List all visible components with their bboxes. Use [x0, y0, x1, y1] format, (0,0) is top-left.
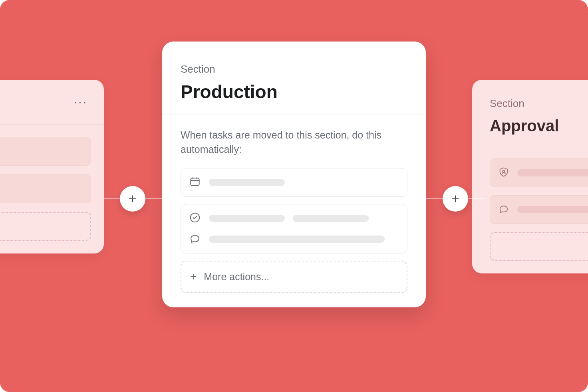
add-rule-placeholder[interactable]: [490, 232, 588, 261]
assignee-icon: [498, 166, 509, 179]
more-actions-button[interactable]: + More actions...: [181, 261, 407, 293]
more-menu-icon[interactable]: ···: [0, 96, 91, 109]
section-card-active: Section Production When tasks are moved …: [162, 42, 426, 307]
more-actions-label: More actions...: [204, 271, 269, 283]
automation-rule[interactable]: [181, 204, 407, 253]
plus-icon: [450, 194, 461, 204]
add-section-button[interactable]: [443, 186, 468, 212]
section-card-next: Section Approval: [472, 80, 588, 273]
section-title: Production: [181, 81, 407, 103]
rule-placeholder: [0, 137, 91, 166]
rule-text-placeholder: [209, 179, 285, 186]
section-card-previous: ···: [0, 80, 104, 253]
divider: [0, 125, 104, 125]
automation-rule[interactable]: [490, 158, 588, 187]
plus-icon: +: [190, 271, 197, 282]
divider: [162, 115, 426, 115]
section-title: Approval: [490, 117, 588, 135]
automation-rule[interactable]: [181, 168, 407, 197]
automation-description: When tasks are moved to this section, do…: [181, 128, 407, 157]
rule-text-placeholder: [293, 215, 369, 222]
rule-text-placeholder: [517, 169, 588, 176]
add-section-button[interactable]: [120, 186, 145, 212]
rule-text-placeholder: [209, 236, 385, 243]
calendar-icon: [189, 176, 201, 189]
canvas: ··· Section Production When tasks are mo…: [0, 0, 588, 392]
section-label: Section: [181, 63, 407, 75]
section-label: Section: [490, 97, 588, 110]
automation-rule[interactable]: [490, 195, 588, 224]
rule-connector: [195, 225, 399, 232]
rule-text-placeholder: [209, 215, 285, 222]
add-rule-placeholder[interactable]: [0, 212, 91, 241]
plus-icon: [127, 194, 138, 204]
rule-placeholder: [0, 174, 91, 203]
divider: [472, 147, 588, 147]
comment-icon: [498, 203, 509, 216]
rule-text-placeholder: [517, 206, 588, 213]
svg-point-2: [503, 170, 505, 172]
svg-rect-0: [191, 178, 199, 186]
